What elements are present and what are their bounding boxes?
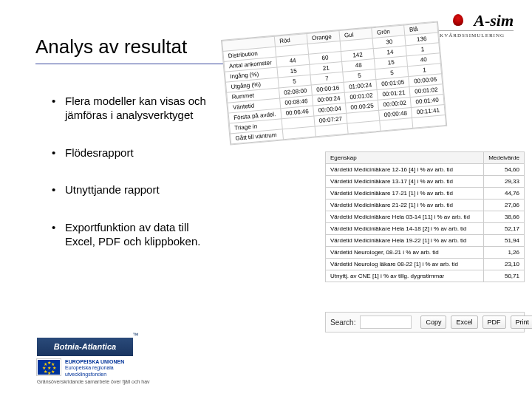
pdf-button[interactable]: PDF bbox=[482, 316, 506, 329]
flow-cell bbox=[282, 126, 316, 140]
util-col-value: Medelvärde bbox=[484, 152, 525, 164]
util-row-value: 54,60 bbox=[484, 164, 525, 176]
util-row-label: Värdetid Medicinläkare 13-17 [4] i % av … bbox=[326, 176, 484, 188]
flow-table: RödOrangeGulGrönBlå Distribution30136Ant… bbox=[222, 22, 446, 145]
eu-line3: utvecklingsfonden bbox=[65, 372, 124, 378]
table-row: Värdetid Medicinläkare 17-21 [1] i % av … bbox=[326, 188, 525, 200]
util-row-value: 44,76 bbox=[484, 188, 525, 200]
bullet-item: Flödesrapport bbox=[52, 146, 214, 160]
table-row: Värdetid Medicinläkare 12-16 [4] i % av … bbox=[326, 164, 525, 176]
util-row-value: 50,71 bbox=[484, 270, 525, 282]
flow-cell bbox=[347, 120, 381, 134]
flow-cell bbox=[315, 123, 348, 137]
bullet-item: Exportfunktion av data till Excel, PDF o… bbox=[52, 221, 214, 249]
util-row-label: Värdetid Medicinläkare Hela 14-18 [2] i … bbox=[326, 223, 484, 235]
table-row: Värdetid Medicinläkare 21-22 [1] i % av … bbox=[326, 200, 525, 211]
table-row: Utnyttj. av CNE [1] i % av tillg. dygnst… bbox=[326, 270, 525, 282]
bullet-item: Utnyttjande rapport bbox=[52, 183, 214, 197]
table-row: Värdetid Medicinläkare Hela 19-22 [1] i … bbox=[326, 235, 525, 247]
util-row-label: Värdetid Medicinläkare Hela 19-22 [1] i … bbox=[326, 235, 484, 247]
table-row: Värdetid Neurologer, 08-21 i % av arb. t… bbox=[326, 247, 525, 259]
search-label: Search: bbox=[330, 318, 355, 327]
print-button[interactable]: Print bbox=[511, 316, 533, 329]
bullet-list: Flera modeller kan visas och jämföras i … bbox=[52, 95, 214, 273]
botnia-logo: Botnia-Atlantica ™ bbox=[37, 338, 133, 356]
util-row-label: Utnyttj. av CNE [1] i % av tillg. dygnst… bbox=[326, 270, 484, 282]
slide-title: Analys av resultat bbox=[35, 35, 187, 58]
utilisation-table: Egenskap Medelvärde Värdetid Medicinläka… bbox=[325, 151, 525, 282]
util-row-value: 52,17 bbox=[484, 223, 525, 235]
sponsor-logos: Botnia-Atlantica ™ EUROPEISKA UNIONEN Eu… bbox=[37, 338, 150, 384]
util-row-value: 38,66 bbox=[484, 211, 525, 223]
table-row: Värdetid Medicinläkare 13-17 [4] i % av … bbox=[326, 176, 525, 188]
util-col-label: Egenskap bbox=[326, 152, 484, 164]
util-row-value: 23,10 bbox=[484, 259, 525, 270]
util-row-label: Värdetid Medicinläkare 17-21 [1] i % av … bbox=[326, 188, 484, 200]
util-row-value: 27,06 bbox=[484, 200, 525, 211]
table-row: Värdetid Medicinläkare Hela 14-18 [2] i … bbox=[326, 223, 525, 235]
botnia-text: Botnia-Atlantica bbox=[54, 342, 116, 351]
util-row-label: Värdetid Medicinläkare 21-22 [1] i % av … bbox=[326, 200, 484, 211]
eu-line2: Europeiska regionala bbox=[65, 365, 124, 371]
util-row-value: 51,94 bbox=[484, 235, 525, 247]
util-row-label: Värdetid Neurolog läkare 08-22 [1] i % a… bbox=[326, 259, 484, 270]
eu-line1: EUROPEISKA UNIONEN bbox=[65, 359, 124, 364]
tm-icon: ™ bbox=[132, 332, 139, 339]
table-row: Värdetid Medicinläkare Hela 03-14 [11] i… bbox=[326, 211, 525, 223]
util-row-label: Värdetid Medicinläkare 12-16 [4] i % av … bbox=[326, 164, 484, 176]
excel-button[interactable]: Excel bbox=[451, 316, 477, 329]
table-row: Värdetid Neurolog läkare 08-22 [1] i % a… bbox=[326, 259, 525, 270]
eu-text: EUROPEISKA UNIONEN Europeiska regionala … bbox=[65, 359, 124, 378]
copy-button[interactable]: Copy bbox=[420, 316, 446, 329]
export-toolbar: Search: Copy Excel PDF Print bbox=[325, 312, 525, 332]
flow-cell bbox=[412, 115, 446, 129]
util-row-value: 1,26 bbox=[484, 247, 525, 259]
util-row-label: Värdetid Neurologer, 08-21 i % av arb. t… bbox=[326, 247, 484, 259]
util-row-value: 29,33 bbox=[484, 176, 525, 188]
flow-cell bbox=[380, 117, 413, 131]
util-row-label: Värdetid Medicinläkare Hela 03-14 [11] i… bbox=[326, 211, 484, 223]
bullet-item: Flera modeller kan visas och jämföras i … bbox=[52, 95, 214, 123]
eu-flag-icon bbox=[37, 359, 61, 375]
search-input[interactable] bbox=[360, 316, 412, 329]
sponsor-footer: Gränsöverskridande samarbete över fjäll … bbox=[37, 379, 150, 384]
